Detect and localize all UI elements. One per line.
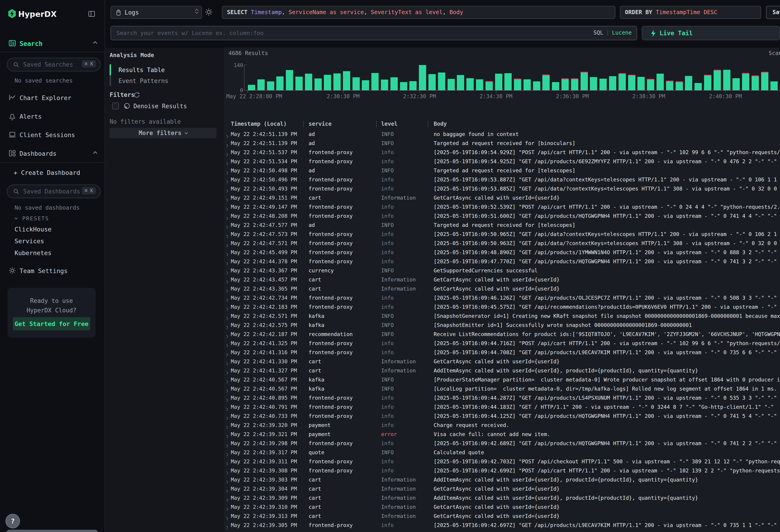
sidebar-item-search[interactable]: Search [0, 36, 105, 50]
table-row[interactable]: May 22 2:42:39.304 PMcartInformationGetC… [224, 484, 780, 493]
row-expand-chevron-icon[interactable] [226, 287, 228, 293]
row-expand-chevron-icon[interactable] [226, 387, 228, 393]
table-row[interactable]: May 22 2:42:39.311 PMfrontend-proxyinfo[… [224, 457, 780, 466]
sidebar-item-dashboards[interactable]: Dashboards [0, 146, 105, 160]
table-row[interactable]: May 22 2:42:51.534 PMfrontend-proxyinfo[… [224, 157, 780, 166]
table-row[interactable]: May 22 2:42:39.309 PMcartInformationAddI… [224, 493, 780, 502]
row-expand-chevron-icon[interactable] [226, 160, 228, 166]
table-row-partial[interactable]: May 22 2:42:39.306 PMfrontend-proxyinfo[… [224, 530, 780, 532]
search-input[interactable] [116, 28, 549, 38]
row-expand-chevron-icon[interactable] [226, 269, 228, 275]
column-header-service[interactable]: service [308, 121, 332, 127]
table-row[interactable]: May 22 2:42:49.151 PMcartInformationGetC… [224, 193, 780, 202]
create-dashboard-button[interactable]: + Create Dashboard [14, 169, 80, 176]
row-expand-chevron-icon[interactable] [226, 224, 228, 230]
table-row[interactable]: May 22 2:42:43.367 PMcurrencyINFOGetSupp… [224, 266, 780, 275]
select-query-input[interactable]: SELECT Timestamp, ServiceName as service… [222, 6, 615, 19]
row-expand-chevron-icon[interactable] [226, 251, 228, 257]
sql-toggle[interactable]: SQL [593, 30, 603, 36]
table-row[interactable]: May 22 2:42:40.567 PMkafkaINFO[LocalLog … [224, 384, 780, 393]
row-expand-chevron-icon[interactable] [226, 351, 228, 357]
table-row[interactable]: May 22 2:42:39.305 PMfrontend-proxyinfo[… [224, 521, 780, 530]
column-header-body[interactable]: Body [434, 121, 447, 127]
row-expand-chevron-icon[interactable] [226, 369, 228, 375]
saved-searches-input[interactable]: Saved Searches ⌘ K [7, 58, 100, 71]
table-row[interactable]: May 22 2:42:51.139 PMadINFOno baggage fo… [224, 130, 780, 139]
table-row[interactable]: May 22 2:42:50.496 PMfrontend-proxyinfo[… [224, 175, 780, 184]
table-row[interactable]: May 22 2:42:40.791 PMfrontend-proxyinfo[… [224, 402, 780, 412]
row-expand-chevron-icon[interactable] [226, 505, 228, 512]
row-expand-chevron-icon[interactable] [226, 451, 228, 457]
row-expand-chevron-icon[interactable] [226, 242, 228, 248]
row-expand-chevron-icon[interactable] [226, 187, 228, 193]
row-expand-chevron-icon[interactable] [226, 305, 228, 311]
table-row[interactable]: May 22 2:42:43.365 PMcartInformationGetC… [224, 284, 780, 293]
row-expand-chevron-icon[interactable] [226, 496, 228, 502]
mode-results-table[interactable]: Results Table [118, 66, 165, 74]
lucene-toggle[interactable]: Lucene [612, 30, 632, 36]
event-search-bar[interactable]: SQL|Lucene [110, 26, 637, 40]
table-row[interactable]: May 22 2:42:45.499 PMfrontend-proxyinfo[… [224, 248, 780, 257]
denoise-checkbox[interactable] [112, 102, 119, 109]
row-expand-chevron-icon[interactable] [226, 515, 228, 521]
presets-toggle[interactable]: PRESETS [15, 215, 49, 222]
row-expand-chevron-icon[interactable] [226, 133, 228, 139]
row-expand-chevron-icon[interactable] [226, 169, 228, 175]
sidebar-collapse-icon[interactable] [88, 10, 96, 18]
table-row[interactable]: May 22 2:42:43.457 PMcartInformationGetC… [224, 275, 780, 284]
column-header-level[interactable]: level [381, 121, 397, 127]
table-row[interactable]: May 22 2:42:41.316 PMfrontend-proxyinfo[… [224, 348, 780, 357]
table-row[interactable]: May 22 2:42:44.378 PMfrontend-proxyinfo[… [224, 257, 780, 266]
table-row[interactable]: May 22 2:42:39.313 PMcartInformationGetC… [224, 512, 780, 521]
chevron-up-icon[interactable] [94, 41, 97, 46]
table-row[interactable]: May 22 2:42:40.895 PMfrontend-proxyinfo[… [224, 393, 780, 402]
sidebar-item-team-settings[interactable]: Team Settings [0, 263, 105, 278]
table-row[interactable]: May 22 2:42:39.320 PMpaymentinfoCharge r… [224, 421, 780, 430]
table-row[interactable]: May 22 2:42:41.330 PMcartInformationGetC… [224, 357, 780, 366]
row-expand-chevron-icon[interactable] [226, 214, 228, 221]
table-row[interactable]: May 22 2:42:39.321 PMpaymenterrorVisa ca… [224, 430, 780, 439]
row-expand-chevron-icon[interactable] [226, 524, 228, 530]
table-row[interactable]: May 22 2:42:42.575 PMkafkaINFO[SnapshotE… [224, 321, 780, 330]
get-started-button[interactable]: Get Started for Free [13, 317, 90, 330]
table-row[interactable]: May 22 2:42:48.208 PMfrontend-proxyinfo[… [224, 211, 780, 221]
column-resize-handle[interactable] [376, 121, 377, 128]
table-row[interactable]: May 22 2:42:39.298 PMfrontend-proxyinfo[… [224, 439, 780, 448]
table-row[interactable]: May 22 2:42:50.498 PMadINFOTargeted ad r… [224, 166, 780, 175]
table-row[interactable]: May 22 2:42:39.303 PMcartInformationAddI… [224, 475, 780, 484]
refresh-filters-icon[interactable] [133, 91, 140, 99]
row-expand-chevron-icon[interactable] [226, 315, 228, 321]
sidebar-item-chart-explorer[interactable]: Chart Explorer [0, 90, 105, 105]
bottom-toast-sliver[interactable] [6, 530, 98, 532]
row-expand-chevron-icon[interactable] [226, 151, 228, 157]
row-expand-chevron-icon[interactable] [226, 460, 228, 466]
row-expand-chevron-icon[interactable] [226, 433, 228, 439]
row-expand-chevron-icon[interactable] [226, 442, 228, 448]
row-expand-chevron-icon[interactable] [226, 278, 228, 284]
row-expand-chevron-icon[interactable] [226, 424, 228, 430]
row-expand-chevron-icon[interactable] [226, 378, 228, 384]
preset-item-services[interactable]: Services [14, 238, 52, 245]
table-row[interactable]: May 22 2:42:41.327 PMcartInformationAddI… [224, 366, 780, 375]
preset-item-kubernetes[interactable]: Kubernetes [14, 249, 52, 256]
saved-dashboards-input[interactable]: Saved Dashboards ⌘ K [7, 185, 100, 198]
row-expand-chevron-icon[interactable] [226, 233, 228, 239]
table-row[interactable]: May 22 2:42:49.147 PMfrontend-proxyinfo[… [224, 202, 780, 211]
row-expand-chevron-icon[interactable] [226, 296, 228, 302]
table-row[interactable]: May 22 2:42:42.183 PMfrontend-proxyinfo[… [224, 302, 780, 311]
table-row[interactable]: May 22 2:42:39.310 PMcartInformationGetC… [224, 502, 780, 512]
column-resize-handle[interactable] [428, 121, 429, 128]
table-row[interactable]: May 22 2:42:42.571 PMkafkaINFO[SnapshotG… [224, 311, 780, 321]
chevron-up-icon[interactable] [94, 151, 97, 156]
save-button[interactable]: Save [766, 6, 780, 19]
table-row[interactable]: May 22 2:42:51.139 PMadINFOTargeted ad r… [224, 139, 780, 148]
sidebar-item-alerts[interactable]: Alerts [0, 109, 105, 124]
source-select[interactable]: Logs [110, 6, 202, 19]
preset-item-clickhouse[interactable]: ClickHouse [14, 226, 52, 233]
row-expand-chevron-icon[interactable] [226, 142, 228, 148]
row-expand-chevron-icon[interactable] [226, 478, 228, 484]
help-button[interactable]: ? [5, 514, 20, 528]
row-expand-chevron-icon[interactable] [226, 324, 228, 330]
row-expand-chevron-icon[interactable] [226, 415, 228, 421]
table-row[interactable]: May 22 2:42:40.567 PMkafkaINFO[ProducerS… [224, 375, 780, 384]
